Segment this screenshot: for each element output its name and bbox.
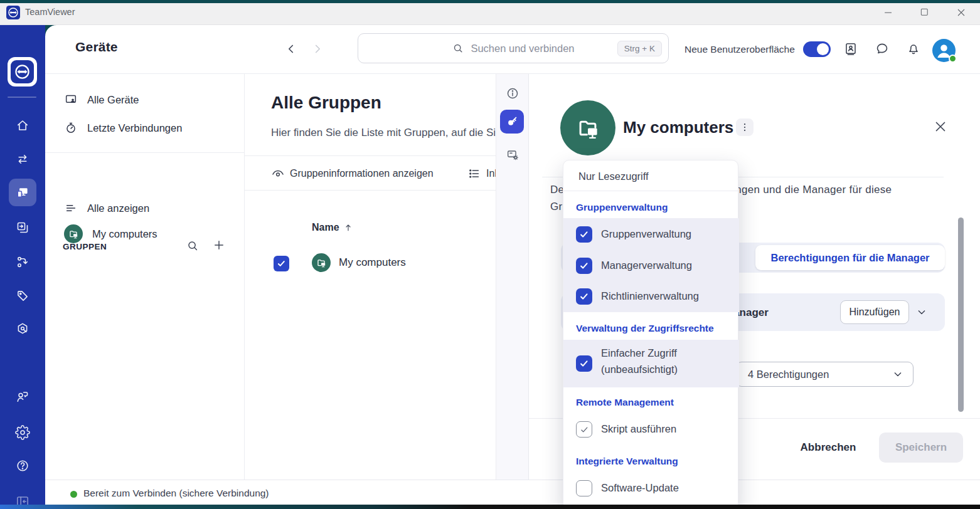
close-window-button[interactable]	[947, 0, 976, 24]
row-checkbox[interactable]	[274, 256, 289, 271]
sidebar-item-my-computers[interactable]: My computers	[64, 224, 157, 243]
monitoring-icon[interactable]	[15, 321, 30, 336]
device-settings-icon[interactable]	[506, 148, 519, 162]
menu-item-label[interactable]: (unbeaufsichtigt)	[601, 364, 678, 375]
permissions-select[interactable]: 4 Berechtigungen	[736, 362, 913, 387]
settings-gear-icon[interactable]	[15, 425, 30, 440]
eye-icon	[271, 167, 285, 181]
page-title: Geräte	[75, 39, 118, 55]
checkbox-gruppenverwaltung[interactable]	[576, 226, 592, 243]
home-icon[interactable]	[15, 118, 30, 133]
sidebar-divider	[45, 152, 245, 153]
rail-divider	[8, 97, 36, 98]
sidebar-item-label: My computers	[92, 228, 157, 240]
desktop-edge-bottom	[0, 505, 980, 509]
panel-title: My computers	[623, 118, 733, 137]
group-avatar	[560, 100, 615, 155]
sidebar-item-all-devices[interactable]: Alle Geräte	[64, 90, 139, 109]
menu-item-label[interactable]: Software-Update	[601, 482, 679, 494]
cancel-button[interactable]: Abbrechen	[795, 436, 861, 459]
info-icon[interactable]	[506, 87, 519, 100]
section-header-access-rights: Verwaltung der Zugriffsrechte	[576, 323, 714, 334]
rail-item-devices-active[interactable]	[9, 179, 36, 206]
menu-item-label[interactable]: Richtlinienverwaltung	[601, 290, 699, 302]
groups-main: Alle Gruppen Hier finden Sie die Liste m…	[245, 74, 496, 480]
show-group-info-label: Gruppeninformationen anzeigen	[290, 168, 434, 179]
list-view-icon	[467, 167, 481, 181]
contacts-book-icon[interactable]	[843, 41, 858, 56]
content-view-button[interactable]: Inhalte	[467, 167, 496, 181]
checkbox-software-update[interactable]	[576, 480, 592, 496]
panel-scrollbar[interactable]	[958, 218, 964, 412]
sidebar-item-label: Alle anzeigen	[87, 202, 149, 214]
nav-forward-icon[interactable]	[311, 42, 324, 56]
nav-back-icon[interactable]	[284, 42, 298, 56]
menu-item-label[interactable]: Gruppenverwaltung	[601, 228, 691, 240]
new-ui-toggle-label: Neue Benutzeroberfläche	[684, 44, 795, 55]
toggle-knob	[817, 43, 829, 55]
help-icon[interactable]	[15, 458, 30, 473]
menu-item-label[interactable]: Managerverwaltung	[601, 260, 692, 271]
connections-icon[interactable]	[15, 152, 30, 167]
table-row[interactable]: My computers	[312, 253, 406, 272]
sidebar-item-show-all[interactable]: Alle anzeigen	[64, 199, 149, 218]
permissions-tab-active[interactable]	[500, 110, 524, 134]
row-group-name: My computers	[339, 256, 406, 269]
toolbar-divider-top	[245, 155, 496, 156]
account-avatar[interactable]	[932, 39, 956, 62]
section-header-group-management: Gruppenverwaltung	[576, 202, 668, 213]
section-header-remote-management: Remote Management	[576, 397, 674, 408]
tags-icon[interactable]	[15, 288, 30, 303]
chat-icon[interactable]	[875, 41, 890, 56]
checkbox-easy-access[interactable]	[576, 355, 592, 372]
teamviewer-logo-icon	[6, 6, 20, 19]
add-manager-button[interactable]: Hinzufügen	[840, 300, 909, 324]
show-group-info-button[interactable]: Gruppeninformationen anzeigen	[271, 167, 434, 181]
checkbox-managerverwaltung[interactable]	[576, 258, 592, 274]
toolbar-divider-bottom	[245, 190, 496, 191]
sessions-icon[interactable]	[15, 220, 30, 235]
teamviewer-emblem-icon	[11, 60, 34, 83]
checked-checkbox-icon	[274, 256, 289, 271]
save-button[interactable]: Speichern	[879, 433, 963, 463]
key-icon	[505, 115, 519, 129]
navigation-rail	[0, 25, 45, 509]
new-ui-toggle[interactable]	[803, 41, 831, 57]
search-input[interactable]: Suchen und verbinden Strg + K	[358, 33, 669, 63]
sidebar-item-label: Alle Geräte	[87, 94, 139, 106]
group-folder-icon	[64, 224, 83, 243]
section-header-integrated-management: Integrierte Verwaltung	[576, 456, 678, 467]
menu-item-label[interactable]: Skript ausführen	[601, 423, 676, 435]
groups-header: GRUPPEN	[63, 242, 107, 251]
online-status-dot	[949, 55, 957, 63]
group-options-button[interactable]	[736, 118, 754, 136]
rollout-icon[interactable]	[15, 255, 30, 270]
menu-item-read-only[interactable]: Nur Lesezugriff	[578, 171, 649, 182]
content-view-label: Inhalte	[486, 168, 496, 179]
connection-status-dot	[70, 491, 77, 498]
sidebar-item-recent-connections[interactable]: Letzte Verbindungen	[64, 118, 182, 137]
manager-row-chevron-icon[interactable]	[915, 306, 928, 318]
search-icon	[452, 42, 464, 55]
group-folder-icon	[312, 253, 331, 272]
tab-manager-permissions[interactable]: Berechtigungen für die Manager	[755, 245, 945, 270]
show-all-list-icon	[64, 201, 78, 215]
groups-search-icon[interactable]	[186, 239, 200, 253]
all-devices-icon	[64, 93, 78, 107]
app-logo[interactable]	[8, 57, 37, 87]
minimize-button[interactable]	[874, 0, 903, 24]
close-panel-icon[interactable]	[933, 119, 948, 134]
devices-icon	[15, 185, 30, 200]
add-group-icon[interactable]	[212, 238, 226, 252]
checkbox-run-script[interactable]	[576, 421, 592, 438]
name-column-header[interactable]: Name	[312, 222, 353, 233]
connection-status-text: Bereit zum Verbinden (sichere Verbindung…	[83, 488, 269, 499]
checkbox-richtlinienverwaltung[interactable]	[576, 288, 592, 305]
support-icon[interactable]	[15, 389, 30, 404]
maximize-button[interactable]	[910, 0, 939, 24]
devices-sidebar: Alle Geräte Letzte Verbindungen GRUPPEN …	[45, 74, 245, 480]
dropdown-divider	[563, 191, 739, 191]
notifications-bell-icon[interactable]	[906, 41, 921, 56]
menu-item-label[interactable]: Einfacher Zugriff	[601, 347, 677, 359]
main-subtitle: Hier finden Sie die Liste mit Gruppen, a…	[271, 127, 496, 139]
